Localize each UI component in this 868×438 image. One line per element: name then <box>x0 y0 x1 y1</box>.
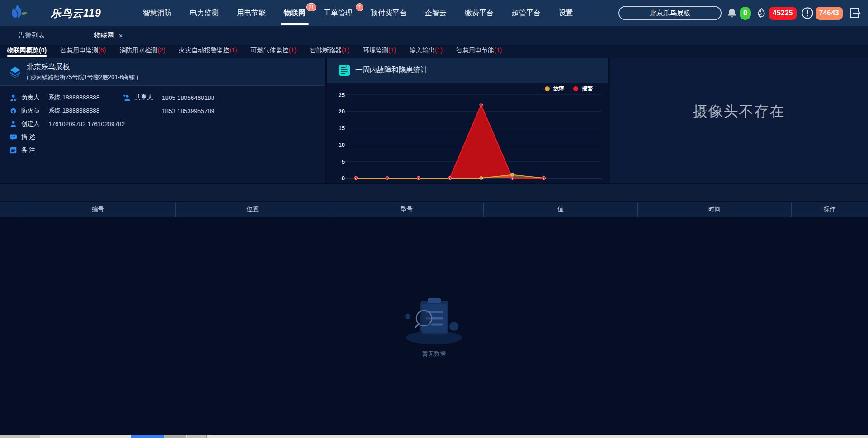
subtab-label: 火灾自动报警监控 <box>179 47 229 54</box>
device-category-tabs: 物联网概览(0)智慧用电监测(6)消防用水检测(2)火灾自动报警监控(1)可燃气… <box>0 45 868 58</box>
subtab-label: 物联网概览 <box>7 47 39 54</box>
table-column-header-1[interactable]: 编号 <box>20 202 176 217</box>
nav-item-0[interactable]: 智慧消防 <box>134 0 181 26</box>
scrollbar-thumb[interactable] <box>131 435 164 438</box>
camera-panel: 摄像头不存在 <box>610 58 868 183</box>
empty-state: 暂无数据 <box>392 294 476 358</box>
table-column-header-5[interactable]: 时间 <box>638 202 792 217</box>
nav-item-label: 用电节能 <box>237 9 266 17</box>
tab-label: 物联网 <box>94 31 114 40</box>
nav-item-7[interactable]: 缴费平台 <box>456 0 503 26</box>
subtab-7[interactable]: 输入输出(1) <box>410 45 443 57</box>
legend-item-0[interactable]: 故障 <box>545 85 564 93</box>
field-label: 创建人 <box>21 120 45 128</box>
empty-state-text: 暂无数据 <box>392 350 476 358</box>
fault-alarm-line-chart[interactable]: 0510152025 <box>327 83 608 181</box>
site-field-left-4: 备 注 <box>9 146 48 155</box>
chart-legend: 故障报警 <box>545 85 593 93</box>
layers-icon <box>9 65 21 79</box>
nav-item-5[interactable]: 预付费平台 <box>362 0 416 26</box>
nav-item-4[interactable]: 工单管理7 <box>315 0 362 26</box>
alert-stat: 74643 <box>801 7 843 20</box>
exclamation-icon[interactable] <box>801 7 814 19</box>
subtab-count: (1) <box>229 47 237 54</box>
field-label: 备 注 <box>21 146 45 154</box>
subtab-label: 消防用水检测 <box>119 47 157 54</box>
field-value: 1853 18539955789 <box>162 108 214 114</box>
subtab-label: 输入输出 <box>410 47 435 54</box>
table-column-header-3[interactable]: 型号 <box>330 202 484 217</box>
no-data-illustration <box>394 294 474 346</box>
device-table-body: 暂无数据 <box>0 217 868 435</box>
legend-item-1[interactable]: 报警 <box>573 85 593 93</box>
top-navigation-bar: 乐鸟云119 智慧消防电力监测用电节能物联网21工单管理7预付费平台企智云缴费平… <box>0 0 868 26</box>
subtab-count: (1) <box>435 47 443 54</box>
nav-item-9[interactable]: 设置 <box>550 0 582 26</box>
field-label: 负责人 <box>21 94 45 102</box>
chart-title: 一周内故障和隐患统计 <box>355 66 428 75</box>
bell-count-badge: 0 <box>740 7 751 20</box>
subtab-count: (1) <box>388 47 396 54</box>
nav-item-2[interactable]: 用电节能 <box>228 0 275 26</box>
nav-item-label: 智慧消防 <box>143 9 172 17</box>
table-toolbar-band <box>0 183 868 202</box>
scrollbar-divider <box>206 435 207 438</box>
table-column-header-6[interactable]: 操作 <box>792 202 868 217</box>
svg-text:5: 5 <box>342 158 345 165</box>
nav-item-3[interactable]: 物联网21 <box>275 0 315 26</box>
field-value: 17610209782 17610209782 <box>48 121 125 127</box>
nav-item-6[interactable]: 企智云 <box>416 0 456 26</box>
tab-label: 告警列表 <box>18 31 45 40</box>
field-value: 1805 18056468188 <box>162 94 214 101</box>
subtab-count: (1) <box>289 47 297 54</box>
table-column-header-0[interactable] <box>0 202 20 217</box>
tab-1[interactable]: 物联网× <box>94 31 123 40</box>
subtab-8[interactable]: 智慧用电节能(1) <box>456 45 502 57</box>
subtab-3[interactable]: 火灾自动报警监控(1) <box>179 45 237 57</box>
subtab-label: 智能断路器 <box>310 47 342 54</box>
comment-icon <box>9 133 17 141</box>
tab-0[interactable]: 告警列表 <box>18 31 45 40</box>
nav-item-label: 工单管理 <box>324 9 353 17</box>
nav-item-label: 企智云 <box>425 9 447 17</box>
field-value: 系统 18888888888 <box>48 107 99 115</box>
legend-label: 故障 <box>553 85 564 93</box>
logout-icon[interactable] <box>847 6 862 20</box>
brand-name: 乐鸟云119 <box>51 6 101 20</box>
svg-text:0: 0 <box>342 175 345 182</box>
table-column-header-4[interactable]: 值 <box>484 202 638 217</box>
brand: 乐鸟云119 <box>10 4 101 22</box>
site-field-left-0: 负责人系统 18888888888 <box>9 93 99 102</box>
subtab-count: (6) <box>98 47 106 54</box>
bell-icon[interactable] <box>726 7 738 19</box>
svg-text:20: 20 <box>339 108 345 115</box>
project-button[interactable]: 北京乐鸟展板 <box>618 6 722 20</box>
site-address: ( 沙河镇路松街75号院1号楼2层201-6商铺 ) <box>27 73 138 81</box>
svg-text:10: 10 <box>339 141 345 148</box>
nav-item-8[interactable]: 超管平台 <box>503 0 550 26</box>
subtab-5[interactable]: 智能断路器(1) <box>310 45 349 57</box>
field-value: 系统 18888888888 <box>48 94 99 102</box>
field-label: 共享人 <box>135 94 158 102</box>
subtab-0[interactable]: 物联网概览(0) <box>7 45 47 57</box>
flame-icon[interactable] <box>755 7 767 19</box>
chart-header: 一周内故障和隐患统计 <box>327 58 608 83</box>
horizontal-scrollbar[interactable] <box>0 435 868 438</box>
site-field-right-1: 1853 18539955789 <box>123 106 214 115</box>
subtab-label: 可燃气体监控 <box>251 47 289 54</box>
site-title: 北京乐鸟展板 <box>27 62 138 72</box>
subtab-count: (2) <box>157 47 165 54</box>
tab-close-icon[interactable]: × <box>119 32 123 39</box>
nav-item-1[interactable]: 电力监测 <box>181 0 228 26</box>
subtab-1[interactable]: 智慧用电监测(6) <box>60 45 106 57</box>
device-table-header: 编号位置型号值时间操作 <box>0 202 868 217</box>
subtab-2[interactable]: 消防用水检测(2) <box>119 45 165 57</box>
subtab-4[interactable]: 可燃气体监控(1) <box>251 45 297 57</box>
legend-label: 报警 <box>582 85 593 93</box>
legend-dot <box>545 86 550 91</box>
subtab-6[interactable]: 环境监测(1) <box>363 45 396 57</box>
subtab-count: (0) <box>39 47 47 54</box>
table-column-header-2[interactable]: 位置 <box>176 202 330 217</box>
nav-item-label: 预付费平台 <box>371 9 407 17</box>
weekly-fault-chart-panel: 一周内故障和隐患统计 故障报警 0510152025 <box>327 58 608 183</box>
